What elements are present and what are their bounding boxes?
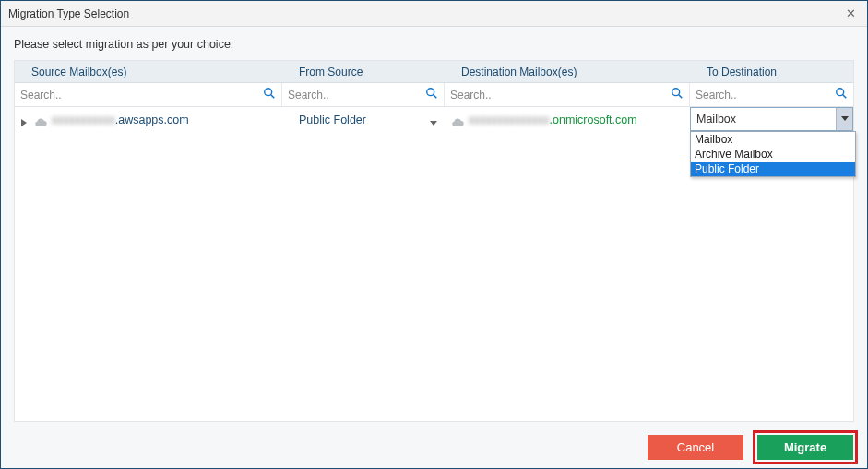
search-destination-mailboxes [445, 83, 690, 106]
dropdown-option-mailbox[interactable]: Mailbox [691, 132, 855, 147]
window-title: Migration Type Selection [8, 7, 841, 20]
to-destination-select[interactable]: Mailbox [690, 107, 853, 131]
header-to-destination: To Destination [690, 61, 853, 82]
header-destination-mailboxes: Destination Mailbox(es) [445, 61, 690, 82]
titlebar: Migration Type Selection ✕ [1, 1, 867, 27]
dialog-window: Migration Type Selection ✕ Please select… [0, 0, 868, 469]
chevron-down-icon[interactable] [430, 116, 437, 122]
search-source-mailboxes [15, 83, 282, 106]
svg-line-7 [843, 95, 847, 99]
grid-panel: Source Mailbox(es) From Source Destinati… [14, 60, 854, 422]
source-domain-text: .awsapps.com [115, 114, 189, 126]
cloud-icon [33, 115, 48, 125]
search-input-to-destination[interactable] [690, 83, 853, 106]
close-icon[interactable]: ✕ [841, 6, 860, 20]
table-row: xxxxxxxxxxx .awsapps.com Public Folder x… [15, 107, 853, 133]
search-icon[interactable] [835, 87, 848, 100]
cell-to-destination: Mailbox Mailbox Archive Mailbox Public F… [690, 107, 853, 133]
chevron-down-icon[interactable] [836, 108, 852, 130]
svg-point-6 [837, 89, 844, 96]
cell-destination-mailbox[interactable]: xxxxxxxxxxxxxx .onmicrosoft.com [445, 107, 690, 133]
svg-point-0 [265, 89, 272, 96]
search-input-source[interactable] [15, 83, 281, 106]
search-from-source [282, 83, 445, 106]
cell-from-source[interactable]: Public Folder [282, 107, 445, 133]
svg-marker-8 [21, 119, 27, 126]
prompt-text: Please select migration as per your choi… [14, 38, 854, 51]
dialog-body: Please select migration as per your choi… [1, 27, 867, 426]
cloud-icon [450, 115, 465, 125]
search-icon[interactable] [425, 87, 438, 100]
search-input-from-source[interactable] [282, 83, 444, 106]
dropdown-option-public-folder[interactable]: Public Folder [691, 162, 855, 176]
svg-point-2 [427, 89, 434, 96]
destination-redacted: xxxxxxxxxxxxxx [469, 114, 550, 126]
search-input-destination[interactable] [445, 83, 689, 106]
svg-line-5 [679, 95, 683, 99]
migrate-button[interactable]: Migrate [757, 435, 853, 460]
footer: Cancel Migrate [1, 426, 867, 468]
from-source-value: Public Folder [299, 114, 366, 126]
column-headers: Source Mailbox(es) From Source Destinati… [15, 61, 853, 83]
svg-line-3 [434, 95, 437, 99]
svg-marker-10 [841, 116, 849, 121]
expand-icon[interactable] [20, 115, 30, 125]
source-redacted: xxxxxxxxxxx [52, 114, 115, 126]
destination-domain-text: .onmicrosoft.com [550, 114, 637, 126]
dropdown-option-archive-mailbox[interactable]: Archive Mailbox [691, 147, 855, 162]
svg-line-1 [271, 95, 275, 99]
to-destination-dropdown: Mailbox Archive Mailbox Public Folder [690, 131, 856, 177]
cell-source-mailbox[interactable]: xxxxxxxxxxx .awsapps.com [15, 107, 282, 133]
svg-point-4 [672, 89, 680, 96]
search-row [15, 83, 853, 107]
header-source-mailboxes: Source Mailbox(es) [15, 61, 282, 82]
svg-marker-9 [430, 121, 437, 126]
cancel-button[interactable]: Cancel [648, 435, 743, 460]
header-from-source: From Source [282, 61, 445, 82]
search-to-destination [690, 83, 853, 106]
migrate-highlight: Migrate [753, 430, 858, 464]
search-icon[interactable] [263, 87, 276, 100]
search-icon[interactable] [671, 87, 684, 100]
to-destination-value: Mailbox [696, 113, 736, 126]
